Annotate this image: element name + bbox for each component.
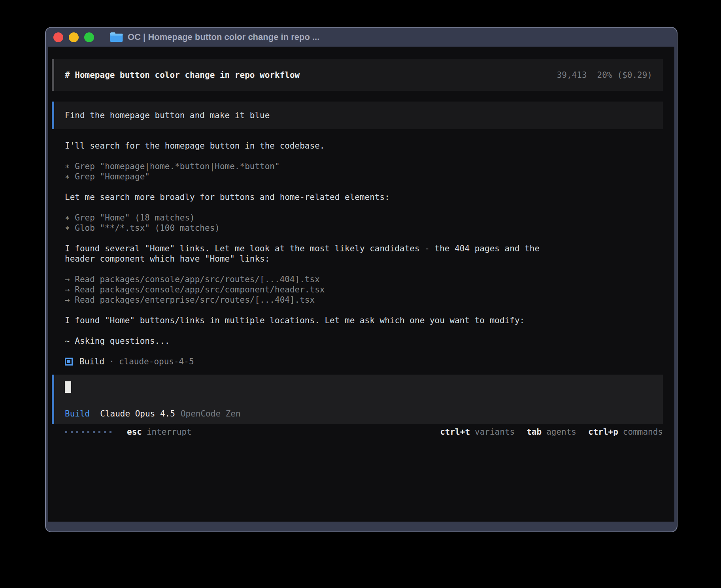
shortcut-variants: ctrl+tvariants <box>440 427 515 437</box>
token-count: 39,413 <box>557 70 587 80</box>
agent-name: Build <box>79 357 104 366</box>
activity-dot <box>98 431 100 433</box>
tool-call-line: → Read packages/console/app/src/routes/[… <box>65 274 663 285</box>
prompt-input[interactable]: Build Claude Opus 4.5 OpenCode Zen <box>52 375 663 424</box>
agent-build-icon <box>65 358 73 366</box>
session-cost: ($0.29) <box>617 70 652 80</box>
minimize-button[interactable] <box>69 32 79 42</box>
blank-line <box>65 264 663 274</box>
session-header: # Homepage button color change in repo w… <box>52 59 663 91</box>
tool-call-line: → Read packages/enterprise/src/routes/[.… <box>65 295 663 305</box>
activity-dot <box>71 431 73 433</box>
activity-dot <box>76 431 78 433</box>
model-name[interactable]: Claude Opus 4.5 <box>100 409 175 418</box>
session-title: # Homepage button color change in repo w… <box>65 70 300 80</box>
terminal-window: OC | Homepage button color change in rep… <box>45 27 678 532</box>
agent-model: claude-opus-4-5 <box>119 357 194 366</box>
input-mode-row: Build Claude Opus 4.5 OpenCode Zen <box>65 409 652 418</box>
user-message-text: Find the homepage button and make it blu… <box>65 111 270 120</box>
window-title: OC | Homepage button color change in rep… <box>128 32 319 42</box>
assistant-text-line: I'll search for the homepage button in t… <box>65 141 663 151</box>
maximize-button[interactable] <box>84 32 94 42</box>
activity-dots <box>65 431 115 433</box>
blank-line <box>65 326 663 336</box>
tool-call-line: ∗ Grep "homepage|home.*button|Home.*butt… <box>65 161 663 172</box>
context-percent: 20% <box>597 70 612 80</box>
blank-line <box>65 305 663 315</box>
shortcut-commands: ctrl+pcommands <box>588 427 663 437</box>
status-bar-left: esc interrupt <box>65 427 192 437</box>
esc-label: interrupt <box>147 427 192 437</box>
session-stats: 39,413 20% ($0.29) <box>557 70 652 80</box>
shortcut-label: agents <box>546 427 576 437</box>
assistant-transcript: I'll search for the homepage button in t… <box>52 141 663 356</box>
blank-line <box>65 151 663 161</box>
terminal-content: # Homepage button color change in repo w… <box>48 47 674 522</box>
activity-dot <box>87 431 89 433</box>
mode-badge[interactable]: Build <box>65 409 90 418</box>
status-bar-shortcuts: ctrl+tvariantstabagentsctrl+pcommands <box>440 427 663 437</box>
shortcut-label: variants <box>475 427 515 437</box>
shortcut-label: commands <box>623 427 663 437</box>
blank-line <box>65 233 663 243</box>
folder-icon <box>110 32 123 42</box>
shortcut-key[interactable]: ctrl+p <box>588 427 618 437</box>
agent-status-line: Build · claude-opus-4-5 <box>52 356 663 367</box>
text-cursor <box>65 381 71 393</box>
blank-line <box>65 346 663 356</box>
activity-dot <box>93 431 95 433</box>
status-bar: esc interrupt ctrl+tvariantstabagentsctr… <box>52 427 663 437</box>
window-titlebar: OC | Homepage button color change in rep… <box>46 28 677 47</box>
user-message: Find the homepage button and make it blu… <box>52 102 663 129</box>
assistant-text-line: ~ Asking questions... <box>65 336 663 346</box>
assistant-text-line: I found several "Home" links. Let me loo… <box>65 243 663 254</box>
close-button[interactable] <box>53 32 63 42</box>
assistant-text-line: header component which have "Home" links… <box>65 254 663 264</box>
activity-dot <box>109 431 111 433</box>
blank-line <box>65 182 663 192</box>
tool-call-line: ∗ Grep "Home" (18 matches) <box>65 213 663 223</box>
agent-separator: · <box>109 357 114 366</box>
shortcut-key[interactable]: ctrl+t <box>440 427 470 437</box>
tool-call-line: ∗ Grep "Homepage" <box>65 172 663 182</box>
activity-dot <box>82 431 84 433</box>
activity-dot <box>104 431 106 433</box>
shortcut-key[interactable]: tab <box>527 427 542 437</box>
shortcut-agents: tabagents <box>527 427 576 437</box>
provider-name: OpenCode Zen <box>181 409 241 418</box>
esc-key[interactable]: esc <box>127 427 142 437</box>
tool-call-line: → Read packages/console/app/src/componen… <box>65 285 663 295</box>
activity-dot <box>65 431 67 433</box>
blank-line <box>65 202 663 213</box>
assistant-text-line: Let me search more broadly for buttons a… <box>65 192 663 202</box>
tool-call-line: ∗ Glob "**/*.tsx" (100 matches) <box>65 223 663 233</box>
assistant-text-line: I found "Home" buttons/links in multiple… <box>65 315 663 326</box>
